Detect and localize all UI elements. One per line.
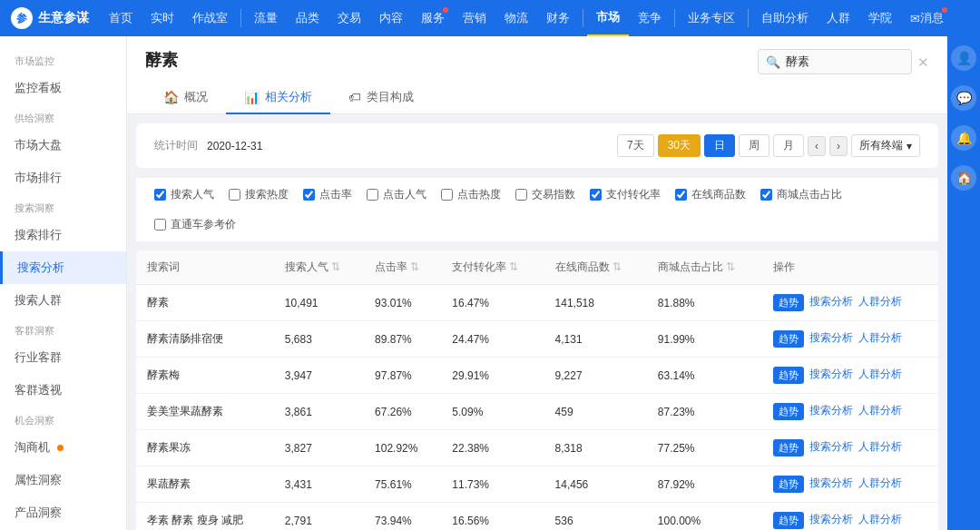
cell-ops-0: 趋势 搜索分析 人群分析: [762, 285, 938, 321]
nav-item-content[interactable]: 内容: [370, 0, 412, 36]
checkbox-mall-ctr[interactable]: 商城点击占比: [760, 187, 842, 202]
time-btn-30d[interactable]: 30天: [658, 134, 701, 157]
nav-item-academy[interactable]: 学院: [859, 0, 901, 36]
nav-item-business[interactable]: 业务专区: [679, 0, 744, 36]
nav-item-crowd[interactable]: 人群: [818, 0, 859, 36]
checkbox-trade-index[interactable]: 交易指数: [515, 187, 575, 202]
checkbox-click-popularity[interactable]: 点击人气: [367, 187, 426, 202]
nav-item-messages[interactable]: ✉ 消息: [901, 0, 953, 36]
col-pay-cvr[interactable]: 支付转化率⇅: [441, 250, 544, 285]
crowd-analysis-link-0[interactable]: 人群分析: [858, 294, 902, 311]
search-analysis-link-0[interactable]: 搜索分析: [809, 294, 853, 311]
sidebar-item-market-rank[interactable]: 市场排行: [0, 162, 126, 194]
col-search-pop[interactable]: 搜索人气⇅: [274, 250, 364, 285]
sidebar-item-crowd-insight[interactable]: 客群透视: [0, 374, 126, 407]
time-btn-7d[interactable]: 7天: [617, 134, 654, 157]
search-analysis-link-3[interactable]: 搜索分析: [809, 403, 853, 420]
cell-mall-ctr-3: 87.23%: [647, 394, 762, 430]
nav-logo[interactable]: 参 生意参谋: [11, 7, 89, 29]
crowd-analysis-link-6[interactable]: 人群分析: [858, 512, 902, 529]
sidebar-item-attr-insight[interactable]: 属性洞察: [0, 464, 126, 496]
checkbox-online-items[interactable]: 在线商品数: [675, 187, 746, 202]
search-analysis-link-6[interactable]: 搜索分析: [809, 512, 853, 529]
sidebar-item-product-insight[interactable]: 产品洞察: [0, 496, 126, 529]
nav-item-category[interactable]: 品类: [287, 0, 328, 36]
time-prev-button[interactable]: ‹: [808, 136, 826, 156]
search-clear-button[interactable]: ✕: [917, 55, 929, 69]
crowd-analysis-link-2[interactable]: 人群分析: [858, 367, 902, 384]
nav-item-market[interactable]: 市场: [587, 0, 629, 36]
right-panel-icon-user[interactable]: 👤: [951, 45, 976, 71]
cell-ctr-2: 97.87%: [364, 358, 441, 394]
right-panel-icon-bell[interactable]: 🔔: [951, 125, 976, 151]
crowd-analysis-link-5[interactable]: 人群分析: [858, 476, 902, 493]
trend-button-1[interactable]: 趋势: [773, 330, 804, 348]
sidebar-item-industry-crowd[interactable]: 行业客群: [0, 341, 126, 374]
nav-item-finance[interactable]: 财务: [537, 0, 579, 36]
trend-button-0[interactable]: 趋势: [773, 294, 804, 311]
nav-divider-3: [674, 9, 675, 27]
nav-item-realtime[interactable]: 实时: [142, 0, 183, 36]
checkbox-pay-cvr[interactable]: 支付转化率: [590, 187, 661, 202]
search-analysis-link-2[interactable]: 搜索分析: [809, 367, 853, 384]
cell-pay-cvr-2: 29.91%: [441, 358, 544, 394]
checkbox-search-heat[interactable]: 搜索热度: [229, 187, 289, 202]
search-analysis-link-5[interactable]: 搜索分析: [809, 476, 853, 493]
cell-pay-cvr-6: 16.56%: [441, 503, 544, 531]
tab-overview[interactable]: 🏠 概况: [145, 82, 226, 114]
time-btn-day[interactable]: 日: [704, 134, 735, 157]
nav-item-service[interactable]: 服务: [412, 0, 454, 36]
trend-button-3[interactable]: 趋势: [773, 403, 804, 420]
nav-item-marketing[interactable]: 营销: [454, 0, 495, 36]
nav-item-logistics[interactable]: 物流: [495, 0, 537, 36]
search-box[interactable]: 🔍 酵素: [758, 49, 912, 74]
table-header-row: 搜索词 搜索人气⇅ 点击率⇅ 支付转化率⇅ 在线商品数⇅ 商城点击占比⇅ 操作: [136, 250, 938, 285]
sidebar-badge-taoshangji: [57, 445, 64, 451]
search-analysis-link-4[interactable]: 搜索分析: [809, 439, 853, 456]
checkbox-row: 搜索人气 搜索热度 点击率 点击人气 点击热度 交易指数 支付转化率 在线商品: [136, 177, 938, 241]
trend-button-5[interactable]: 趋势: [773, 476, 804, 493]
col-online-items[interactable]: 在线商品数⇅: [544, 250, 647, 285]
cell-ops-4: 趋势 搜索分析 人群分析: [762, 430, 938, 466]
nav-item-flow[interactable]: 流量: [245, 0, 287, 36]
col-mall-ctr[interactable]: 商城点击占比⇅: [647, 250, 762, 285]
tab-category-composition[interactable]: 🏷 类目构成: [330, 82, 432, 114]
sidebar-item-search-analysis[interactable]: 搜索分析: [0, 251, 126, 284]
sidebar-item-search-rank[interactable]: 搜索排行: [0, 219, 126, 251]
search-input-text[interactable]: 酵素: [786, 54, 809, 70]
nav-item-war-room[interactable]: 作战室: [183, 0, 237, 36]
device-dropdown[interactable]: 所有终端 ▾: [851, 134, 920, 157]
trend-button-2[interactable]: 趋势: [773, 367, 804, 384]
time-next-button[interactable]: ›: [829, 136, 848, 156]
crowd-analysis-link-3[interactable]: 人群分析: [858, 403, 902, 420]
time-btn-month[interactable]: 月: [773, 134, 804, 157]
checkbox-ctr[interactable]: 点击率: [303, 187, 352, 202]
table-body: 酵素 10,491 93.01% 16.47% 141,518 81.88% 趋…: [136, 285, 938, 531]
checkbox-zhitongche[interactable]: 直通车参考价: [154, 217, 236, 232]
nav-item-trade[interactable]: 交易: [328, 0, 370, 36]
cell-ops-5: 趋势 搜索分析 人群分析: [762, 466, 938, 503]
col-keyword: 搜索词: [136, 250, 274, 285]
time-btn-week[interactable]: 周: [739, 134, 769, 157]
sidebar-item-search-crowd[interactable]: 搜索人群: [0, 284, 126, 317]
trend-button-6[interactable]: 趋势: [773, 512, 804, 529]
cell-keyword-0: 酵素: [136, 285, 274, 321]
sidebar-item-taoshangji[interactable]: 淘商机: [0, 431, 126, 464]
col-ctr[interactable]: 点击率⇅: [364, 250, 441, 285]
checkbox-click-heat[interactable]: 点击热度: [441, 187, 501, 202]
tab-related-analysis[interactable]: 📊 相关分析: [226, 82, 330, 114]
crowd-analysis-link-1[interactable]: 人群分析: [858, 330, 902, 348]
trend-button-4[interactable]: 趋势: [773, 439, 804, 456]
sidebar-item-market-overview[interactable]: 市场大盘: [0, 129, 126, 162]
nav-item-self-analysis[interactable]: 自助分析: [752, 0, 818, 36]
nav-item-home[interactable]: 首页: [100, 0, 142, 36]
right-panel-icon-home[interactable]: 🏠: [951, 165, 976, 191]
right-panel-icon-chat[interactable]: 💬: [951, 85, 976, 111]
sidebar-item-monitor-board[interactable]: 监控看板: [0, 72, 126, 104]
cell-search-pop-5: 3,431: [274, 466, 364, 503]
search-analysis-link-1[interactable]: 搜索分析: [809, 330, 853, 348]
nav-item-competition[interactable]: 竞争: [629, 0, 671, 36]
checkbox-search-popularity[interactable]: 搜索人气: [154, 187, 214, 202]
crowd-analysis-link-4[interactable]: 人群分析: [858, 439, 902, 456]
cell-pay-cvr-3: 5.09%: [441, 394, 544, 430]
